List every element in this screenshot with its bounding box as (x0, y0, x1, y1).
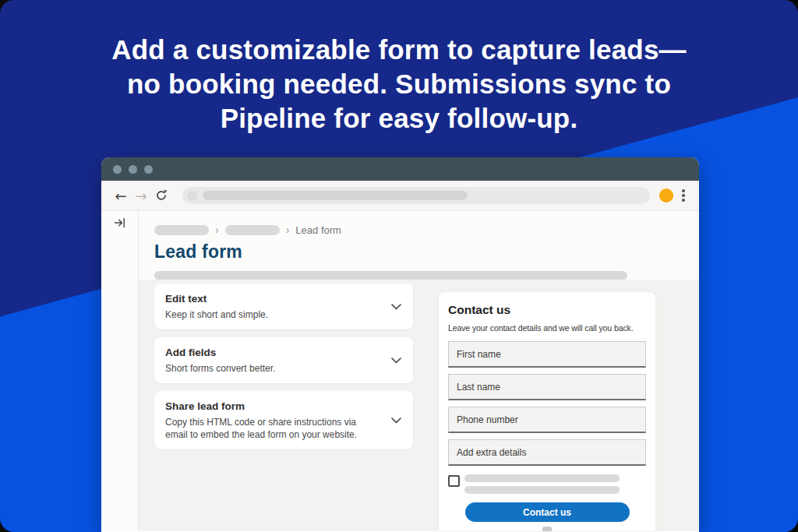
breadcrumb: › › Lead form (154, 224, 699, 236)
first-name-input[interactable]: First name (448, 341, 646, 368)
window-control-dot[interactable] (129, 165, 137, 174)
consent-checkbox[interactable] (448, 475, 460, 487)
browser-toolbar: ← → (101, 181, 699, 211)
chevron-down-icon[interactable] (391, 417, 401, 424)
workspace: Edit text Keep it short and simple. Add … (139, 280, 699, 531)
placeholder-line (464, 474, 620, 482)
window-control-dot[interactable] (113, 165, 122, 174)
main-panel: › › Lead form Lead form Edit text Keep i… (139, 211, 699, 531)
site-icon-placeholder (187, 191, 197, 201)
breadcrumb-placeholder-pill[interactable] (225, 225, 280, 235)
headline-line-1: Add a customizable form to capture leads… (0, 33, 798, 67)
headline-line-2: no booking needed. Submissions sync to (0, 67, 798, 101)
chevron-down-icon[interactable] (391, 358, 401, 364)
breadcrumb-placeholder-pill[interactable] (154, 225, 209, 235)
last-name-input[interactable]: Last name (448, 374, 646, 400)
contact-us-submit-button[interactable]: Contact us (465, 502, 630, 522)
breadcrumb-separator-icon: › (215, 225, 219, 235)
placeholder-line (464, 486, 620, 494)
extra-details-input[interactable]: Add extra details (448, 439, 646, 466)
accordion-title: Edit text (165, 292, 382, 305)
browser-window: ← → (101, 157, 699, 532)
back-icon[interactable]: ← (111, 185, 131, 206)
form-title: Contact us (448, 303, 646, 317)
cutoff-content-placeholder (542, 527, 552, 531)
address-bar[interactable] (182, 187, 650, 204)
marketing-banner: Add a customizable form to capture leads… (0, 0, 798, 532)
page-content: › › Lead form Lead form Edit text Keep i… (101, 211, 699, 531)
lead-form-preview-card: Contact us Leave your contact details an… (439, 292, 655, 531)
consent-text-placeholder (464, 474, 620, 494)
collapsed-sidebar (101, 211, 139, 531)
page-header: › › Lead form Lead form (139, 211, 699, 280)
accordion-edit-text[interactable]: Edit text Keep it short and simple. (154, 284, 413, 329)
browser-titlebar (101, 157, 699, 181)
breadcrumb-separator-icon: › (286, 225, 290, 235)
expand-sidebar-icon[interactable] (114, 217, 126, 232)
description-placeholder-bar (154, 271, 627, 280)
reload-icon[interactable] (151, 185, 171, 206)
chevron-down-icon[interactable] (391, 304, 401, 310)
accordion-title: Add fields (165, 346, 382, 359)
page-title: Lead form (154, 241, 699, 262)
headline: Add a customizable form to capture leads… (0, 33, 798, 136)
accordion-description: Keep it short and simple. (165, 308, 377, 321)
headline-line-3: Pipeline for easy follow-up. (0, 101, 798, 136)
accordion-description: Copy this HTML code or share instruction… (165, 416, 377, 441)
accordion-add-fields[interactable]: Add fields Short forms convert better. (154, 337, 413, 383)
phone-number-input[interactable]: Phone number (448, 407, 646, 433)
browser-menu-icon[interactable] (677, 189, 690, 201)
accordion-title: Share lead form (165, 400, 382, 413)
forward-icon[interactable]: → (131, 185, 151, 206)
accordion-share-lead-form[interactable]: Share lead form Copy this HTML code or s… (154, 391, 413, 449)
breadcrumb-current: Lead form (295, 224, 341, 236)
form-subtitle: Leave your contact details and we will c… (448, 323, 646, 333)
form-fields: First name Last name Phone number Add ex… (448, 341, 646, 466)
profile-avatar[interactable] (659, 188, 673, 203)
accordion-description: Short forms convert better. (165, 362, 377, 375)
window-control-dot[interactable] (144, 165, 153, 174)
accordion-list: Edit text Keep it short and simple. Add … (154, 284, 413, 449)
url-placeholder (203, 191, 468, 200)
consent-row (448, 474, 646, 494)
